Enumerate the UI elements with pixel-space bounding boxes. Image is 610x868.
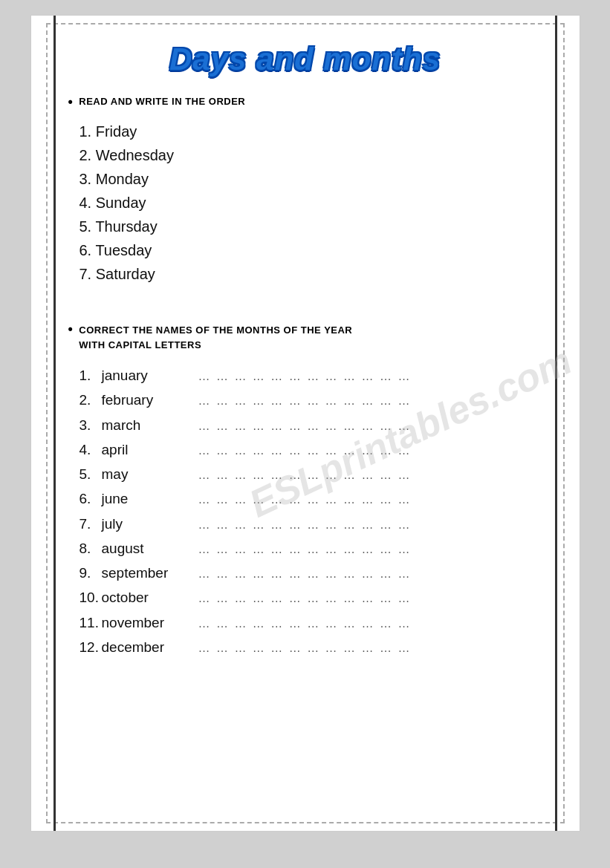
month-item: 12.december… … … … … … … … … … … … <box>80 635 542 659</box>
day-item: 6. Tuesday <box>80 238 542 262</box>
month-number: 9. <box>80 561 102 585</box>
answer-dots: … … … … … … … … … … … … <box>198 440 542 461</box>
months-list: 1.january… … … … … … … … … … … …2.februa… <box>68 363 542 659</box>
month-name: july <box>102 512 198 536</box>
bullet-icon: • <box>68 95 74 108</box>
month-name: march <box>102 413 198 437</box>
month-number: 7. <box>80 512 102 536</box>
month-number: 4. <box>80 437 102 462</box>
month-number: 3. <box>80 413 102 437</box>
month-number: 2. <box>80 388 102 412</box>
answer-dots: … … … … … … … … … … … … <box>198 515 542 535</box>
answer-dots: … … … … … … … … … … … … <box>198 416 542 437</box>
month-name: september <box>102 561 198 585</box>
answer-dots: … … … … … … … … … … … … <box>198 564 542 584</box>
days-list: 1. Friday2. Wednesday3. Monday4. Sunday5… <box>68 120 542 286</box>
answer-dots: … … … … … … … … … … … … <box>198 638 542 659</box>
bullet-icon-2: • <box>68 322 74 336</box>
month-item: 1.january… … … … … … … … … … … … <box>80 363 542 388</box>
month-item: 4.april… … … … … … … … … … … … <box>80 437 542 462</box>
day-item: 2. Wednesday <box>80 143 542 167</box>
month-number: 8. <box>80 536 102 561</box>
answer-dots: … … … … … … … … … … … … <box>198 539 542 560</box>
section2-instruction: • CORRECT THE NAMES OF THE MONTHS OF THE… <box>68 323 542 352</box>
month-name: december <box>102 635 198 659</box>
month-number: 12. <box>80 635 102 659</box>
answer-dots: … … … … … … … … … … … … <box>198 613 542 634</box>
day-item: 1. Friday <box>80 120 542 143</box>
month-item: 8.august… … … … … … … … … … … … <box>80 536 542 561</box>
worksheet-page: ESLprintables.com Days and months • READ… <box>30 15 580 832</box>
month-name: november <box>102 610 198 635</box>
month-item: 3.march… … … … … … … … … … … … <box>80 413 542 437</box>
month-item: 5.may… … … … … … … … … … … … <box>80 462 542 486</box>
month-name: may <box>102 462 198 486</box>
month-item: 9.september… … … … … … … … … … … … <box>80 561 542 585</box>
page-title: Days and months <box>68 42 542 77</box>
month-item: 2.february… … … … … … … … … … … … <box>80 388 542 412</box>
month-item: 7.july… … … … … … … … … … … … <box>80 512 542 536</box>
month-item: 6.june… … … … … … … … … … … … <box>80 486 542 511</box>
month-number: 1. <box>80 363 102 388</box>
month-name: august <box>102 536 198 561</box>
month-name: october <box>102 585 198 610</box>
day-item: 7. Saturday <box>80 262 542 286</box>
answer-dots: … … … … … … … … … … … … <box>198 489 542 510</box>
month-name: june <box>102 486 198 511</box>
month-number: 11. <box>80 610 102 635</box>
day-item: 5. Thursday <box>80 215 542 238</box>
section1-instruction: • READ AND WRITE IN THE ORDER <box>68 96 542 108</box>
month-name: february <box>102 388 198 412</box>
month-item: 11.november… … … … … … … … … … … … <box>80 610 542 635</box>
month-name: april <box>102 437 198 462</box>
month-name: january <box>102 363 198 388</box>
month-number: 5. <box>80 462 102 486</box>
month-number: 10. <box>80 585 102 610</box>
month-item: 10.october… … … … … … … … … … … … <box>80 585 542 610</box>
day-item: 3. Monday <box>80 167 542 191</box>
answer-dots: … … … … … … … … … … … … <box>198 465 542 486</box>
answer-dots: … … … … … … … … … … … … <box>198 391 542 411</box>
month-number: 6. <box>80 486 102 511</box>
answer-dots: … … … … … … … … … … … … <box>198 588 542 609</box>
answer-dots: … … … … … … … … … … … … <box>198 366 542 387</box>
day-item: 4. Sunday <box>80 191 542 215</box>
